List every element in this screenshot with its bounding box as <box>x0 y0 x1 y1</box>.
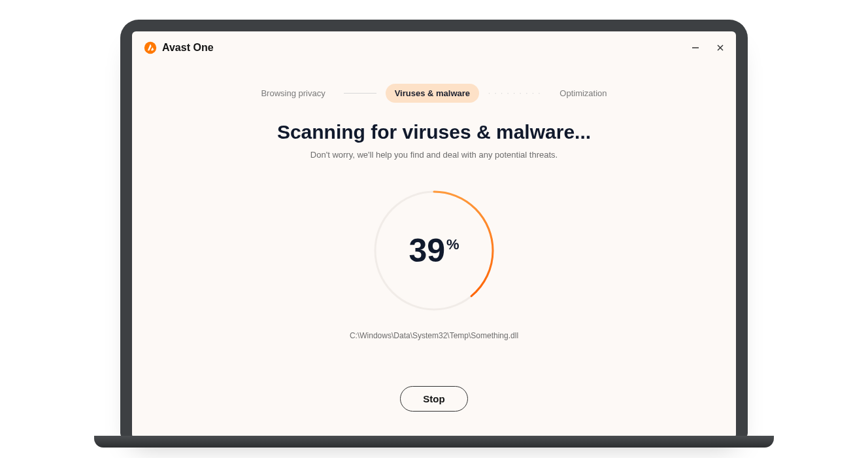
step-connector-icon <box>344 93 376 94</box>
step-optimization: Optimization <box>550 84 616 103</box>
app-window: Avast One Browsing privacy Viruses & mal… <box>132 31 736 438</box>
percent-symbol: % <box>446 236 459 253</box>
actions: Stop <box>132 386 736 412</box>
page-heading: Scanning for viruses & malware... <box>132 121 736 143</box>
progress-wrap: 39 % <box>132 188 736 313</box>
laptop-base <box>94 436 774 448</box>
step-indicator: Browsing privacy Viruses & malware · · ·… <box>132 84 736 103</box>
brand: Avast One <box>144 41 214 54</box>
stop-button[interactable]: Stop <box>400 386 467 412</box>
step-browsing-privacy: Browsing privacy <box>252 84 334 103</box>
avast-logo-icon <box>144 41 157 54</box>
progress-ring: 39 % <box>372 188 496 313</box>
app-title: Avast One <box>162 42 214 54</box>
close-button[interactable] <box>714 41 727 54</box>
laptop-frame: Avast One Browsing privacy Viruses & mal… <box>120 20 748 438</box>
window-controls <box>689 41 727 54</box>
progress-percent: 39 % <box>372 188 496 313</box>
titlebar: Avast One <box>132 31 736 64</box>
current-file-path: C:\Windows\Data\System32\Temp\Something.… <box>132 331 736 340</box>
minimize-button[interactable] <box>689 41 702 54</box>
progress-value: 39 <box>409 234 445 267</box>
page-subtext: Don't worry, we'll help you find and dea… <box>132 150 736 160</box>
step-connector-dots-icon: · · · · · · · · · <box>488 90 541 97</box>
step-viruses-malware: Viruses & malware <box>386 84 479 103</box>
